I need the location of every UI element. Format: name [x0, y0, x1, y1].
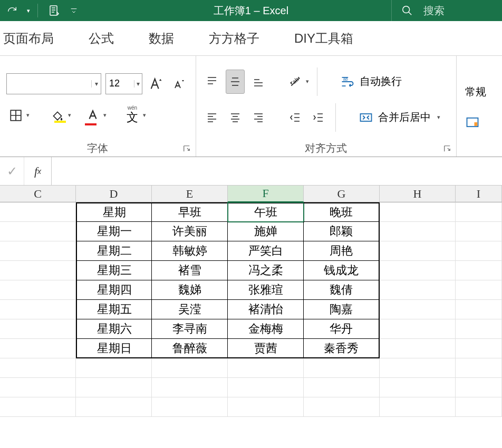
- cell[interactable]: [228, 397, 304, 417]
- cell[interactable]: 施婵: [228, 222, 304, 241]
- cell[interactable]: [380, 397, 456, 417]
- cell[interactable]: 午班: [228, 202, 304, 222]
- cell[interactable]: [152, 358, 228, 378]
- cell[interactable]: 魏娣: [152, 280, 228, 300]
- cell[interactable]: 郎颖: [304, 222, 380, 241]
- cell[interactable]: 鲁醉薇: [152, 339, 228, 358]
- column-header-F[interactable]: F: [228, 186, 304, 202]
- decrease-indent-button[interactable]: [286, 105, 305, 130]
- font-name-input[interactable]: [7, 78, 91, 89]
- cell[interactable]: [76, 397, 152, 417]
- cell[interactable]: [380, 339, 456, 358]
- orientation-button[interactable]: ab▾: [286, 70, 310, 94]
- cell[interactable]: [228, 358, 304, 378]
- cell[interactable]: 星期一: [76, 222, 152, 241]
- cell[interactable]: [456, 202, 502, 222]
- font-size-dropdown[interactable]: ▾: [134, 80, 142, 87]
- orientation-dropdown[interactable]: ▾: [306, 78, 309, 85]
- font-color-button[interactable]: ▾: [83, 103, 107, 128]
- font-size-combo[interactable]: ▾: [105, 73, 142, 94]
- cell[interactable]: 魏倩: [304, 280, 380, 300]
- cell[interactable]: 星期六: [76, 319, 152, 339]
- merge-dropdown[interactable]: ▾: [437, 114, 440, 121]
- column-header-C[interactable]: C: [0, 186, 76, 202]
- cell[interactable]: [380, 300, 456, 319]
- cell[interactable]: [380, 222, 456, 241]
- cell[interactable]: 周艳: [304, 241, 380, 261]
- insert-function-button[interactable]: fx: [24, 157, 52, 185]
- cell[interactable]: [0, 280, 76, 300]
- cell[interactable]: [380, 202, 456, 222]
- cell[interactable]: [0, 222, 76, 241]
- cell[interactable]: [456, 241, 502, 261]
- cell[interactable]: [456, 261, 502, 280]
- cell[interactable]: [0, 339, 76, 358]
- align-center-button[interactable]: [226, 105, 245, 130]
- phonetic-button[interactable]: wén 文 ▾: [123, 103, 147, 128]
- cell[interactable]: [76, 358, 152, 378]
- redo-dropdown[interactable]: ▾: [27, 7, 30, 14]
- tab-page-layout[interactable]: 页面布局: [0, 30, 57, 47]
- tab-formulas[interactable]: 公式: [85, 30, 117, 47]
- cell[interactable]: [456, 300, 502, 319]
- cell[interactable]: 星期: [76, 202, 152, 222]
- cell[interactable]: 陶嘉: [304, 300, 380, 319]
- fill-color-button[interactable]: ▾: [48, 103, 72, 128]
- cell[interactable]: [304, 397, 380, 417]
- cell[interactable]: [380, 241, 456, 261]
- cell[interactable]: [0, 319, 76, 339]
- align-middle-button[interactable]: [226, 70, 245, 94]
- alignment-dialog-launcher[interactable]: [443, 145, 452, 153]
- cell[interactable]: [304, 378, 380, 397]
- cell[interactable]: [456, 280, 502, 300]
- cell[interactable]: [380, 378, 456, 397]
- font-name-dropdown[interactable]: ▾: [91, 80, 101, 87]
- cell[interactable]: [0, 202, 76, 222]
- column-header-D[interactable]: D: [76, 186, 152, 202]
- font-dialog-launcher[interactable]: [183, 145, 191, 153]
- decrease-font-button[interactable]: [170, 72, 189, 96]
- cell[interactable]: 星期三: [76, 261, 152, 280]
- cell[interactable]: 李寻南: [152, 319, 228, 339]
- accounting-format-button[interactable]: [463, 110, 482, 134]
- cell[interactable]: 贾茜: [228, 339, 304, 358]
- redo-button[interactable]: [3, 2, 21, 20]
- wrap-text-button[interactable]: ab 自动换行: [334, 67, 407, 96]
- cells-area[interactable]: 星期早班午班晚班星期一许美丽施婵郎颖星期二韩敏婷严笑白周艳星期三褚雪冯之柔钱成龙…: [0, 202, 502, 417]
- qat-customize-button[interactable]: [67, 2, 80, 20]
- tab-diy[interactable]: DIY工具箱: [291, 30, 356, 47]
- cell[interactable]: [456, 339, 502, 358]
- tab-fangfang[interactable]: 方方格子: [206, 30, 263, 47]
- cell[interactable]: [228, 378, 304, 397]
- cell[interactable]: [456, 397, 502, 417]
- cell[interactable]: [456, 319, 502, 339]
- formula-input[interactable]: [52, 157, 502, 185]
- cell[interactable]: 星期四: [76, 280, 152, 300]
- cell[interactable]: [0, 397, 76, 417]
- cell[interactable]: [0, 261, 76, 280]
- number-format-combo[interactable]: 常规: [463, 82, 496, 103]
- cell[interactable]: 冯之柔: [228, 261, 304, 280]
- cell[interactable]: [0, 358, 76, 378]
- borders-button[interactable]: ▾: [6, 103, 30, 128]
- cell[interactable]: [0, 300, 76, 319]
- phonetic-dropdown[interactable]: ▾: [143, 112, 146, 119]
- increase-indent-button[interactable]: [309, 105, 328, 130]
- cell[interactable]: 许美丽: [152, 222, 228, 241]
- cell[interactable]: [152, 397, 228, 417]
- cell[interactable]: 钱成龙: [304, 261, 380, 280]
- cell[interactable]: [380, 358, 456, 378]
- increase-font-button[interactable]: [147, 72, 166, 96]
- cell[interactable]: 星期五: [76, 300, 152, 319]
- cell[interactable]: [0, 378, 76, 397]
- cell[interactable]: 张雅瑄: [228, 280, 304, 300]
- cell[interactable]: 星期二: [76, 241, 152, 261]
- cell[interactable]: 早班: [152, 202, 228, 222]
- column-header-G[interactable]: G: [304, 186, 380, 202]
- cell[interactable]: 严笑白: [228, 241, 304, 261]
- cell[interactable]: [456, 222, 502, 241]
- cell[interactable]: [456, 378, 502, 397]
- cell[interactable]: [0, 241, 76, 261]
- column-header-E[interactable]: E: [152, 186, 228, 202]
- cell[interactable]: [380, 280, 456, 300]
